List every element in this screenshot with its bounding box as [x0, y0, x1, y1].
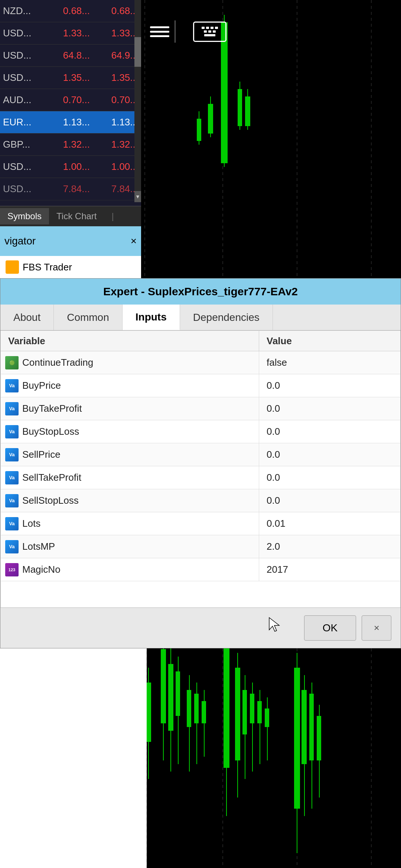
tab-tick-chart[interactable]: Tick Chart — [49, 208, 104, 224]
symbol-name-usd3: USD... — [3, 72, 42, 83]
table-row-buy-take-profit[interactable]: Va BuyTakeProfit 0.0 — [1, 397, 400, 420]
symbol-ask-usd3: 1.35... — [90, 72, 138, 83]
svg-rect-42 — [257, 701, 262, 723]
key-dot — [202, 27, 205, 29]
symbol-row-aud[interactable]: AUD... 0.70... 0.70... — [0, 89, 141, 111]
symbol-name-aud: AUD... — [3, 94, 42, 106]
svg-rect-28 — [224, 638, 229, 768]
keyboard-button[interactable] — [189, 19, 230, 45]
scroll-bar[interactable]: ▼ — [134, 0, 141, 202]
td-val-sell-stop-loss[interactable]: 0.0 — [259, 489, 400, 512]
table-row-lots-mp[interactable]: Va LotsMP 2.0 — [1, 535, 400, 558]
td-val-buy-take-profit[interactable]: 0.0 — [259, 397, 400, 420]
symbol-bid-usd5: 7.84... — [42, 183, 90, 195]
var-name-magic-no: MagicNo — [22, 564, 61, 575]
td-val-buy-price[interactable]: 0.0 — [259, 374, 400, 397]
tab-about[interactable]: About — [0, 305, 54, 330]
table-empty-space — [1, 581, 400, 607]
tab-common[interactable]: Common — [54, 305, 123, 330]
navigator-item-icon — [6, 260, 19, 274]
table-row-lots[interactable]: Va Lots 0.01 — [1, 512, 400, 535]
symbol-bid-aud: 0.70... — [42, 94, 90, 106]
table-row-sell-price[interactable]: Va SellPrice 0.0 — [1, 443, 400, 466]
var-icon-num-3: Va — [5, 425, 19, 438]
symbol-ask-usd4: 1.00... — [90, 161, 138, 172]
symbol-bid-gbp: 1.32... — [42, 139, 90, 150]
td-var-buy-price: Va BuyPrice — [1, 374, 259, 397]
navigator-item[interactable]: FBS Trader — [6, 260, 72, 274]
symbol-row-usd1[interactable]: USD... 1.33... 1.33... — [0, 22, 141, 45]
svg-rect-46 — [294, 668, 300, 809]
tab-inputs[interactable]: Inputs — [123, 305, 180, 330]
svg-rect-50 — [309, 694, 314, 760]
td-val-sell-price[interactable]: 0.0 — [259, 443, 400, 466]
table-row-sell-stop-loss[interactable]: Va SellStopLoss 0.0 — [1, 489, 400, 512]
key-dot — [204, 30, 207, 33]
var-name-lots: Lots — [22, 518, 40, 529]
dialog-title-text: Expert - SuplexPrices_tiger777-EAv2 — [103, 285, 298, 298]
symbol-row-usd4[interactable]: USD... 1.00... 1.00... — [0, 156, 141, 178]
key-dot — [208, 30, 211, 33]
var-icon-num-6: Va — [5, 494, 19, 507]
svg-rect-26 — [176, 671, 180, 716]
var-name-buy-price: BuyPrice — [22, 380, 61, 391]
symbol-row-usd3[interactable]: USD... 1.35... 1.35... — [0, 67, 141, 89]
var-name-continue-trading: ContinueTrading — [22, 357, 93, 368]
toolbar-separator — [175, 20, 176, 43]
key-dot — [211, 27, 213, 29]
td-val-sell-take-profit[interactable]: 0.0 — [259, 466, 400, 489]
td-val-lots-mp[interactable]: 2.0 — [259, 535, 400, 558]
symbol-name-usd1: USD... — [3, 27, 42, 39]
th-value: Value — [259, 331, 400, 351]
table-row-continue-trading[interactable]: 🟢 ContinueTrading false — [1, 351, 400, 374]
hamburger-button[interactable] — [145, 20, 175, 43]
symbol-row-eur[interactable]: EUR... 1.13... 1.13... — [0, 111, 141, 134]
symbol-bid-usd4: 1.00... — [42, 161, 90, 172]
ok-button[interactable]: OK — [304, 615, 356, 641]
navigator-close-button[interactable]: × — [131, 235, 137, 247]
td-var-sell-take-profit: Va SellTakeProfit — [1, 466, 259, 489]
var-name-sell-stop-loss: SellStopLoss — [22, 495, 79, 506]
navigator-title: vigator — [4, 235, 36, 247]
svg-rect-44 — [265, 708, 269, 727]
table-row-buy-price[interactable]: Va BuyPrice 0.0 — [1, 374, 400, 397]
td-val-lots[interactable]: 0.01 — [259, 512, 400, 535]
symbol-bid-usd3: 1.35... — [42, 72, 90, 83]
key-dot — [206, 27, 209, 29]
symbol-name-usd5: USD... — [3, 183, 42, 195]
svg-rect-32 — [194, 694, 199, 723]
tab-symbols[interactable]: Symbols — [0, 208, 49, 224]
var-icon-bool: 🟢 — [5, 356, 19, 369]
tab-dependencies[interactable]: Dependencies — [180, 305, 273, 330]
table-header: Variable Value — [1, 331, 400, 351]
symbol-name-eur: EUR... — [3, 116, 42, 128]
key-row-1 — [202, 27, 218, 29]
td-val-continue-trading[interactable]: false — [259, 351, 400, 374]
symbol-row-usd2[interactable]: USD... 64.8... 64.9... — [0, 45, 141, 67]
table-row-sell-take-profit[interactable]: Va SellTakeProfit 0.0 — [1, 466, 400, 489]
cancel-button[interactable]: ✕ — [362, 615, 391, 641]
var-icon-num-8: Va — [5, 540, 19, 553]
navigator-content: FBS Trader — [0, 256, 141, 278]
svg-rect-22 — [168, 664, 173, 731]
symbol-row-nzd[interactable]: NZD... 0.68... 0.68... — [0, 0, 141, 22]
td-val-magic-no[interactable]: 2017 — [259, 558, 400, 581]
table-row-magic-no[interactable]: 123 MagicNo 2017 — [1, 558, 400, 581]
hamburger-line-1 — [150, 26, 169, 28]
table-row-buy-stop-loss[interactable]: Va BuyStopLoss 0.0 — [1, 420, 400, 443]
scroll-thumb[interactable] — [134, 37, 141, 67]
var-icon-num-7: Va — [5, 517, 19, 530]
symbol-row-usd5[interactable]: USD... 7.84... 7.84... — [0, 178, 141, 200]
td-var-sell-price: Va SellPrice — [1, 443, 259, 466]
symbol-row-gbp[interactable]: GBP... 1.32... 1.32... — [0, 134, 141, 156]
td-var-sell-stop-loss: Va SellStopLoss — [1, 489, 259, 512]
td-val-buy-stop-loss[interactable]: 0.0 — [259, 420, 400, 443]
key-spacebar — [204, 34, 215, 36]
td-var-buy-stop-loss: Va BuyStopLoss — [1, 420, 259, 443]
navigator-panel: vigator × — [0, 226, 141, 256]
var-icon-num-4: Va — [5, 448, 19, 461]
symbol-ask-eur: 1.13... — [90, 116, 138, 128]
hamburger-line-2 — [150, 31, 169, 33]
symbol-name-usd2: USD... — [3, 50, 42, 61]
symbol-name-gbp: GBP... — [3, 139, 42, 150]
